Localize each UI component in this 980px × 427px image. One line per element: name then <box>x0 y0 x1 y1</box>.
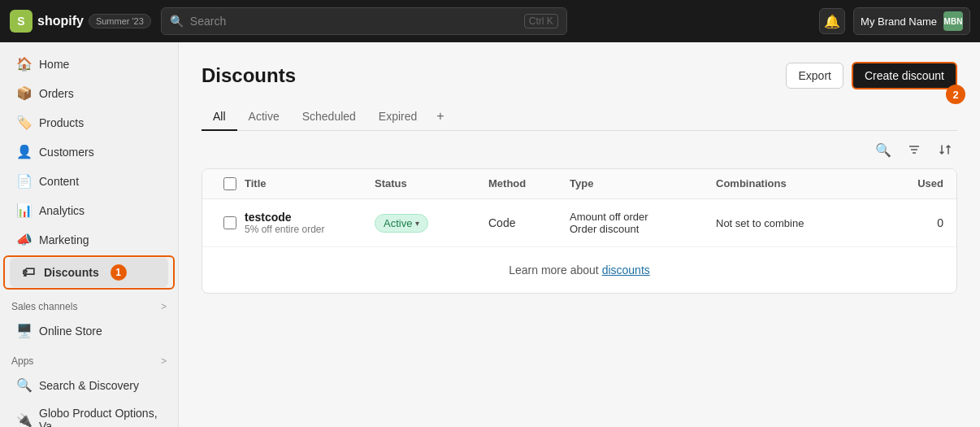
content-icon: 📄 <box>16 173 31 189</box>
sidebar-item-customers-label: Customers <box>39 146 94 159</box>
filter-button[interactable] <box>902 137 926 162</box>
sidebar-item-analytics[interactable]: 📊 Analytics <box>5 196 173 224</box>
globo-icon: 🔌 <box>16 412 31 428</box>
sidebar: 🏠 Home 📦 Orders 🏷️ Products 👤 Customers … <box>0 42 179 427</box>
shopify-logo-text: shopify <box>37 14 84 28</box>
sidebar-item-discounts[interactable]: 🏷 Discounts 1 <box>10 258 168 287</box>
type-line1: Amount off order <box>570 211 716 223</box>
learn-more: Learn more about discounts <box>202 247 956 293</box>
topbar: S shopify Summer '23 🔍 Ctrl K 🔔 My Brand… <box>0 0 980 42</box>
sidebar-item-home[interactable]: 🏠 Home <box>5 50 173 78</box>
bell-icon: 🔔 <box>824 14 840 29</box>
row-checkbox[interactable] <box>223 216 236 229</box>
learn-more-link[interactable]: discounts <box>602 264 650 277</box>
sort-button[interactable] <box>933 137 957 162</box>
tab-scheduled[interactable]: Scheduled <box>291 103 367 131</box>
type-line2: Order discount <box>570 223 716 235</box>
learn-more-text: Learn more about <box>509 264 601 277</box>
table-header: Title Status Method Type Combinations Us… <box>202 169 956 199</box>
shopify-logo-icon: S <box>10 10 33 33</box>
sidebar-item-globo-label: Globo Product Options, Va... <box>39 407 162 427</box>
status-dropdown-icon[interactable]: ▾ <box>415 219 419 228</box>
search-shortcut: Ctrl K <box>524 14 558 28</box>
th-checkbox <box>215 177 245 190</box>
th-combinations: Combinations <box>716 177 878 190</box>
sidebar-item-online-store-label: Online Store <box>39 325 102 338</box>
products-icon: 🏷️ <box>16 115 31 130</box>
page-header: Discounts Export Create discount 2 <box>202 62 957 89</box>
status-badge: Active ▾ <box>375 214 428 233</box>
th-type: Type <box>570 177 716 190</box>
notifications-button[interactable]: 🔔 <box>819 8 845 34</box>
search-discovery-icon: 🔍 <box>16 377 31 393</box>
sidebar-item-marketing[interactable]: 📣 Marketing <box>5 225 173 254</box>
header-actions: Export Create discount 2 <box>786 62 957 89</box>
discount-name[interactable]: testcode <box>245 211 375 224</box>
col-title: testcode 5% off entire order <box>245 211 375 235</box>
th-status: Status <box>375 177 488 190</box>
sidebar-item-content[interactable]: 📄 Content <box>5 167 173 195</box>
sales-channels-arrow[interactable]: > <box>161 301 167 312</box>
marketing-icon: 📣 <box>16 232 31 247</box>
sidebar-item-analytics-label: Analytics <box>39 204 85 217</box>
col-status: Active ▾ <box>375 214 488 233</box>
discount-desc: 5% off entire order <box>245 224 375 235</box>
create-discount-button[interactable]: Create discount <box>852 62 957 89</box>
col-used: 0 <box>878 216 943 229</box>
tab-active[interactable]: Active <box>237 103 291 131</box>
orders-icon: 📦 <box>16 85 31 101</box>
tab-expired[interactable]: Expired <box>367 103 428 131</box>
sidebar-item-products[interactable]: 🏷️ Products <box>5 108 173 137</box>
export-button[interactable]: Export <box>786 63 843 89</box>
search-filter-button[interactable]: 🔍 <box>871 137 895 162</box>
sidebar-item-online-store[interactable]: 🖥️ Online Store <box>5 316 173 345</box>
apps-label: Apps <box>11 355 33 367</box>
apps-section: Apps > <box>0 346 178 370</box>
sidebar-item-discounts-label: Discounts <box>44 266 99 279</box>
sidebar-item-content-label: Content <box>39 175 79 188</box>
search-icon: 🔍 <box>170 15 184 28</box>
th-used: Used <box>878 177 943 190</box>
tab-all[interactable]: All <box>202 103 237 131</box>
brand-menu-button[interactable]: My Brand Name MBN <box>853 7 970 35</box>
sidebar-item-customers[interactable]: 👤 Customers <box>5 137 173 166</box>
sidebar-item-orders[interactable]: 📦 Orders <box>5 79 173 107</box>
th-title: Title <box>245 177 375 190</box>
discounts-table: Title Status Method Type Combinations Us… <box>202 168 957 294</box>
search-bar[interactable]: 🔍 Ctrl K <box>161 7 567 35</box>
analytics-icon: 📊 <box>16 203 31 218</box>
main-content: Discounts Export Create discount 2 All A… <box>179 42 980 427</box>
topbar-right: 🔔 My Brand Name MBN <box>819 7 970 35</box>
main-layout: 🏠 Home 📦 Orders 🏷️ Products 👤 Customers … <box>0 42 980 427</box>
col-method: Code <box>488 216 570 229</box>
row-checkbox-wrapper <box>215 216 245 229</box>
tab-add[interactable]: + <box>428 102 452 130</box>
sidebar-item-marketing-label: Marketing <box>39 233 89 246</box>
shopify-logo[interactable]: S shopify Summer '23 <box>10 10 151 33</box>
sales-channels-section: Sales channels > <box>0 291 178 316</box>
home-icon: 🏠 <box>16 56 31 72</box>
table-row: testcode 5% off entire order Active ▾ Co… <box>202 199 956 247</box>
apps-arrow[interactable]: > <box>161 355 167 367</box>
brand-name-text: My Brand Name <box>861 15 937 28</box>
create-discount-badge: 2 <box>946 85 965 104</box>
discounts-icon: 🏷 <box>21 265 36 280</box>
sidebar-item-globo[interactable]: 🔌 Globo Product Options, Va... <box>5 400 173 427</box>
summer-badge: Summer '23 <box>89 14 151 28</box>
select-all-checkbox[interactable] <box>223 177 236 190</box>
sidebar-item-search-discovery[interactable]: 🔍 Search & Discovery <box>5 371 173 399</box>
sidebar-badge: 1 <box>111 264 127 281</box>
sidebar-item-orders-label: Orders <box>39 87 74 100</box>
col-combinations: Not set to combine <box>716 217 878 229</box>
col-type: Amount off order Order discount <box>570 211 716 235</box>
brand-avatar: MBN <box>943 11 963 31</box>
customers-icon: 👤 <box>16 144 31 159</box>
table-toolbar: 🔍 <box>202 131 957 168</box>
search-input[interactable] <box>190 15 518 28</box>
discount-tabs: All Active Scheduled Expired + <box>202 102 957 131</box>
sidebar-item-search-discovery-label: Search & Discovery <box>39 379 139 392</box>
page-title: Discounts <box>202 64 296 87</box>
sales-channels-label: Sales channels <box>11 301 77 312</box>
status-text: Active <box>384 217 412 229</box>
online-store-icon: 🖥️ <box>16 323 31 338</box>
